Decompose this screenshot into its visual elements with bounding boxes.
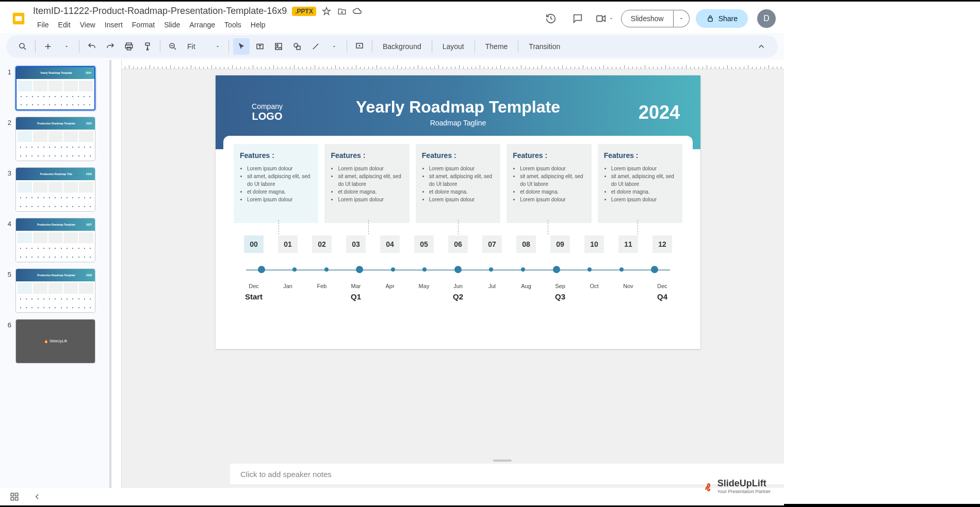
timeline-quarter[interactable] <box>380 292 400 301</box>
speaker-notes[interactable]: Click to add speaker notes <box>230 464 784 484</box>
timeline-month[interactable]: May <box>414 283 434 289</box>
feature-card[interactable]: Features :Lorem ipsum doloursit amet, ad… <box>324 144 409 224</box>
splitter[interactable] <box>108 60 112 502</box>
feature-card[interactable]: Features :Lorem ipsum doloursit amet, ad… <box>416 144 500 224</box>
menu-insert[interactable]: Insert <box>101 19 127 31</box>
feature-heading[interactable]: Features : <box>422 151 494 160</box>
image-tool[interactable] <box>270 38 287 55</box>
feature-list[interactable]: Lorem ipsum doloursit amet, adipiscing e… <box>604 165 676 203</box>
search-icon[interactable] <box>14 38 31 55</box>
menu-view[interactable]: View <box>76 19 100 31</box>
timeline-quarter[interactable]: Q1 <box>346 292 366 301</box>
feature-heading[interactable]: Features : <box>240 151 312 160</box>
collapse-toolbar-icon[interactable] <box>753 38 770 55</box>
timeline-month[interactable]: Apr <box>380 283 400 289</box>
slide-canvas[interactable]: Company LOGO Yearly Roadmap Template Roa… <box>216 75 700 349</box>
timeline-quarter[interactable]: Q4 <box>652 292 672 301</box>
timeline-month[interactable]: Dec <box>652 283 672 289</box>
share-button[interactable]: Share <box>696 9 748 28</box>
timeline-quarter[interactable] <box>482 292 502 301</box>
timeline-number[interactable]: 02 <box>312 235 332 253</box>
slide-thumbnail[interactable]: Production Roadmap Template2025 <box>15 117 95 161</box>
timeline-quarter[interactable]: Q3 <box>550 292 570 301</box>
zoom-level[interactable]: Fit <box>183 40 224 53</box>
menu-format[interactable]: Format <box>128 19 159 31</box>
slide-thumbnail[interactable]: Production Roadmap Template2028 <box>15 268 95 313</box>
timeline-quarter[interactable]: Q2 <box>448 292 468 301</box>
feature-card[interactable]: Features :Lorem ipsum doloursit amet, ad… <box>598 144 682 224</box>
timeline-month[interactable]: Jan <box>278 283 298 289</box>
undo-button[interactable] <box>84 38 100 55</box>
timeline-quarter[interactable] <box>278 292 298 301</box>
timeline-number[interactable]: 10 <box>584 235 604 253</box>
timeline-quarter[interactable] <box>618 292 638 301</box>
timeline-number[interactable]: 01 <box>278 235 298 253</box>
shape-tool[interactable] <box>289 38 305 55</box>
company-label[interactable]: Company <box>236 102 298 110</box>
menu-edit[interactable]: Edit <box>54 19 75 31</box>
timeline-number[interactable]: 00 <box>244 235 264 253</box>
slide-tagline[interactable]: Roadmap Tagline <box>298 119 618 127</box>
slideshow-dropdown[interactable] <box>674 10 690 27</box>
timeline-quarter[interactable] <box>414 292 434 301</box>
slideshow-button[interactable]: Slideshow <box>621 10 674 27</box>
timeline-number[interactable]: 12 <box>652 235 672 253</box>
line-tool[interactable] <box>307 38 324 55</box>
menu-help[interactable]: Help <box>247 19 270 31</box>
feature-list[interactable]: Lorem ipsum doloursit amet, adipiscing e… <box>240 165 312 203</box>
new-slide-dropdown[interactable] <box>58 38 75 55</box>
move-icon[interactable] <box>337 6 347 17</box>
timeline-number[interactable]: 06 <box>448 235 468 253</box>
theme-button[interactable]: Theme <box>479 39 514 54</box>
slide-thumbnail[interactable]: Yearly Roadmap Template2024 <box>15 66 95 110</box>
feature-heading[interactable]: Features : <box>604 151 676 160</box>
document-title[interactable]: ItemID-11222-Product-Roadmap-Presentatio… <box>33 6 287 17</box>
feature-card[interactable]: Features :Lorem ipsum doloursit amet, ad… <box>507 144 591 224</box>
menu-slide[interactable]: Slide <box>160 19 184 31</box>
timeline-month[interactable]: Sep <box>550 283 570 289</box>
slide-thumbnail[interactable]: Production Roadmap Title2026 <box>15 167 95 212</box>
slide-thumbnail[interactable]: 🔥 SlideUpLift <box>15 319 95 363</box>
timeline-quarter[interactable] <box>516 292 536 301</box>
timeline-quarter[interactable] <box>312 292 332 301</box>
feature-list[interactable]: Lorem ipsum doloursit amet, adipiscing e… <box>331 165 403 203</box>
timeline-number[interactable]: 04 <box>380 235 400 253</box>
meet-button[interactable] <box>594 8 615 29</box>
select-tool[interactable] <box>233 38 250 55</box>
avatar[interactable]: D <box>757 9 776 28</box>
timeline-number[interactable]: 05 <box>414 235 434 253</box>
layout-button[interactable]: Layout <box>436 39 470 54</box>
collapse-filmstrip-icon[interactable] <box>31 490 43 503</box>
logo-label[interactable]: LOGO <box>236 110 298 122</box>
menu-arrange[interactable]: Arrange <box>185 19 219 31</box>
slide-title[interactable]: Yearly Roadmap Template <box>298 98 618 117</box>
feature-card[interactable]: Features :Lorem ipsum doloursit amet, ad… <box>234 144 318 224</box>
film-strip[interactable]: 1Yearly Roadmap Template20242Production … <box>0 60 108 502</box>
background-button[interactable]: Background <box>377 39 428 54</box>
timeline-quarter[interactable] <box>584 292 604 301</box>
feature-heading[interactable]: Features : <box>513 151 585 160</box>
timeline-month[interactable]: Jun <box>448 283 468 289</box>
timeline-quarter[interactable]: Start <box>244 292 264 301</box>
timeline-number[interactable]: 11 <box>618 235 638 253</box>
zoom-out-icon[interactable] <box>165 38 181 55</box>
timeline-month[interactable]: Dec <box>244 283 264 289</box>
timeline-month[interactable]: Nov <box>618 283 638 289</box>
history-icon[interactable] <box>541 8 561 29</box>
grid-view-icon[interactable] <box>8 490 21 503</box>
timeline-month[interactable]: Oct <box>584 283 604 289</box>
redo-button[interactable] <box>102 38 119 55</box>
print-button[interactable] <box>121 38 137 55</box>
line-dropdown[interactable] <box>326 38 342 55</box>
slide-year[interactable]: 2024 <box>618 102 680 123</box>
comment-tool[interactable] <box>351 38 368 55</box>
timeline-month[interactable]: Mar <box>346 283 366 289</box>
transition-button[interactable]: Transition <box>522 39 566 54</box>
menu-tools[interactable]: Tools <box>220 19 246 31</box>
new-slide-button[interactable] <box>40 38 56 55</box>
canvas-area[interactable]: ➤ Company LOGO Yearly Roadmap Template R… <box>112 60 784 502</box>
timeline-number[interactable]: 08 <box>516 235 536 253</box>
feature-list[interactable]: Lorem ipsum doloursit amet, adipiscing e… <box>422 165 494 203</box>
notes-divider[interactable] <box>221 457 784 464</box>
comment-icon[interactable] <box>567 8 588 29</box>
